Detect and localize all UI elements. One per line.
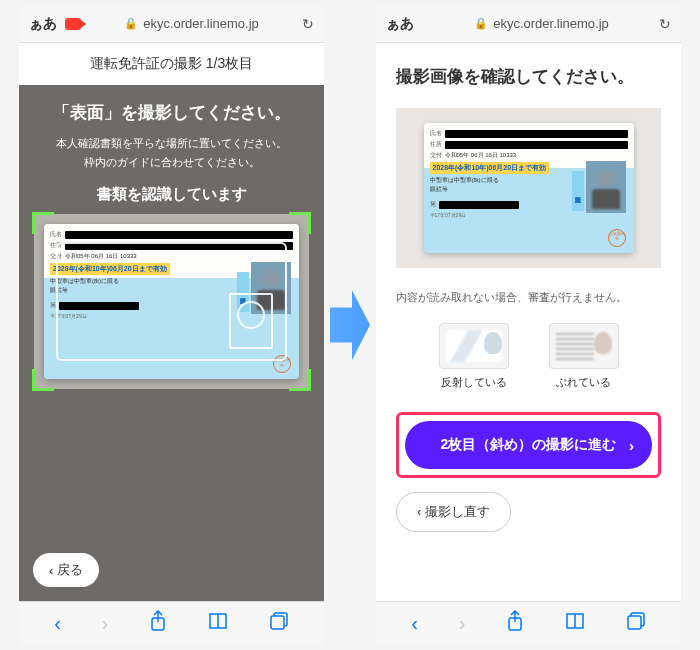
camera-active-icon — [65, 18, 81, 30]
example-blur-icon — [549, 323, 619, 369]
retake-button-label: 撮影し直す — [425, 504, 490, 519]
bookmarks-icon[interactable] — [208, 612, 228, 635]
url-text: ekyc.order.linemo.jp — [143, 16, 259, 31]
proceed-button-label: 2枚目（斜め）の撮影に進む — [441, 436, 617, 452]
photo-outline-guide — [229, 293, 273, 349]
capture-instruction-title: 「表面」を撮影してください。 — [19, 85, 324, 134]
capture-sub-line2: 枠内のガイドに合わせてください。 — [39, 153, 304, 172]
browser-top-bar: ぁあ 🔒 ekyc.order.linemo.jp ↻ — [376, 5, 681, 43]
card-name-label: 氏名 — [50, 230, 62, 239]
redacted-bar — [439, 201, 519, 209]
back-button-label: 戻る — [57, 561, 83, 579]
browser-bottom-bar: ‹ › — [19, 601, 324, 645]
capture-instruction-sub: 本人確認書類を平らな場所に置いてください。 枠内のガイドに合わせてください。 — [19, 134, 324, 171]
text-size-button[interactable]: ぁあ — [29, 15, 57, 33]
example-reflection-icon — [439, 323, 509, 369]
card-deliv-val: 令和05年 06月 16日 10333 — [445, 151, 517, 160]
nav-forward-icon[interactable]: › — [102, 612, 109, 635]
lock-icon: 🔒 — [124, 17, 138, 30]
proceed-next-button[interactable]: 2枚目（斜め）の撮影に進む › — [405, 421, 652, 469]
bookmarks-icon[interactable] — [565, 612, 585, 635]
flow-arrow-icon — [330, 290, 370, 360]
card-num-label: 第 — [430, 200, 436, 209]
page-step-header: 運転免許証の撮影 1/3枚目 — [19, 43, 324, 85]
recognizing-status: 書類を認識しています — [19, 171, 324, 214]
primary-action-highlight: 2枚目（斜め）の撮影に進む › — [396, 412, 661, 478]
phone-screen-capture: ぁあ 🔒 ekyc.order.linemo.jp ↻ 運転免許証の撮影 1/3… — [19, 5, 324, 645]
bad-examples-row: 反射している ぶれている — [396, 323, 661, 390]
nav-forward-icon[interactable]: › — [459, 612, 466, 635]
browser-top-bar: ぁあ 🔒 ekyc.order.linemo.jp ↻ — [19, 5, 324, 43]
refresh-icon[interactable]: ↻ — [659, 16, 671, 32]
svg-rect-5 — [628, 616, 641, 629]
share-icon[interactable] — [149, 610, 167, 637]
card-expiry: 2028年(令和10年)06月20日まで有効 — [430, 162, 550, 174]
phone-screen-confirm: ぁあ 🔒 ekyc.order.linemo.jp ↻ 撮影画像を確認してくださ… — [376, 5, 681, 645]
tabs-icon[interactable] — [626, 611, 646, 636]
chevron-right-icon: › — [629, 437, 634, 454]
share-icon[interactable] — [506, 610, 524, 637]
camera-viewfinder: 氏名 住所 交付令和05年 06月 16日 10333 2028年(令和10年)… — [34, 214, 309, 389]
card-outline-guide — [56, 242, 287, 361]
svg-rect-2 — [271, 616, 284, 629]
redacted-bar — [445, 130, 628, 138]
license-type-badge: 運転免許証 — [572, 171, 584, 211]
nav-back-icon[interactable]: ‹ — [54, 612, 61, 635]
review-warning-text: 内容が読み取れない場合、審査が行えません。 — [396, 290, 661, 305]
example-label: ぶれている — [549, 375, 619, 390]
address-bar[interactable]: 🔒 ekyc.order.linemo.jp — [432, 16, 651, 31]
card-addr-label: 住所 — [430, 140, 442, 149]
chevron-left-icon: ‹ — [49, 563, 53, 578]
back-button[interactable]: ‹ 戻る — [33, 553, 99, 587]
address-bar[interactable]: 🔒 ekyc.order.linemo.jp — [89, 16, 294, 31]
lock-icon: 🔒 — [474, 17, 488, 30]
text-size-button[interactable]: ぁあ — [386, 15, 414, 33]
card-deliv-label: 交付 — [430, 151, 442, 160]
example-blur: ぶれている — [549, 323, 619, 390]
nav-back-icon[interactable]: ‹ — [411, 612, 418, 635]
card-name-label: 氏名 — [430, 129, 442, 138]
confirm-screen: 撮影画像を確認してください。 氏名 住所 交付令和05年 06月 16日 103… — [376, 43, 681, 601]
redacted-bar — [65, 231, 293, 239]
capture-sub-line1: 本人確認書類を平らな場所に置いてください。 — [39, 134, 304, 153]
license-card-preview: 氏名 住所 交付令和05年 06月 16日 10333 2028年(令和10年)… — [424, 123, 634, 253]
browser-bottom-bar: ‹ › — [376, 601, 681, 645]
refresh-icon[interactable]: ↻ — [302, 16, 314, 32]
retake-button[interactable]: ‹ 撮影し直す — [396, 492, 511, 532]
capture-screen: 運転免許証の撮影 1/3枚目 「表面」を撮影してください。 本人確認書類を平らな… — [19, 43, 324, 601]
confirm-title: 撮影画像を確認してください。 — [396, 65, 661, 88]
example-reflection: 反射している — [439, 323, 509, 390]
example-label: 反射している — [439, 375, 509, 390]
captured-image-preview: 氏名 住所 交付令和05年 06月 16日 10333 2028年(令和10年)… — [396, 108, 661, 268]
tabs-icon[interactable] — [269, 611, 289, 636]
seal-icon: 公安委員会 — [608, 229, 626, 247]
redacted-bar — [445, 141, 628, 149]
chevron-left-icon: ‹ — [417, 504, 425, 519]
card-photo — [586, 161, 626, 213]
url-text: ekyc.order.linemo.jp — [493, 16, 609, 31]
